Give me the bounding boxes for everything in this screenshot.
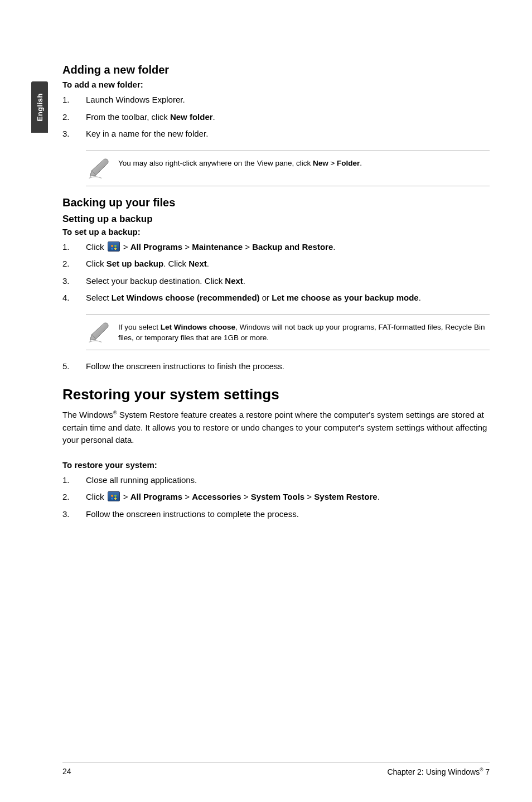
text-bold: Next <box>225 276 243 286</box>
steps-backup: 1. Click > All Programs > Maintenance > … <box>62 241 490 305</box>
text-fragment: Click <box>86 259 107 268</box>
chapter-label: Chapter 2: Using Windows® 7 <box>387 767 490 776</box>
text-fragment: . Click <box>163 259 188 268</box>
step-text: Click > All Programs > Accessories > Sys… <box>86 491 490 504</box>
step-number: 1. <box>62 241 86 254</box>
step-text: Close all running applications. <box>86 474 490 487</box>
text-bold: Accessories <box>192 492 241 501</box>
text-bold: System Tools <box>251 492 304 501</box>
step-item: 2. From the toolbar, click New folder. <box>62 111 490 124</box>
text-fragment: The Windows <box>62 410 113 419</box>
text-fragment: System Restore feature creates a restore… <box>62 410 487 445</box>
steps-restore: 1. Close all running applications. 2. Cl… <box>62 474 490 521</box>
step-item: 5. Follow the onscreen instructions to f… <box>62 360 490 373</box>
lead-restore: To restore your system: <box>62 460 490 470</box>
steps-backup-cont: 5. Follow the onscreen instructions to f… <box>62 360 490 373</box>
step-item: 1. Click > All Programs > Maintenance > … <box>62 241 490 254</box>
note-block: If you select Let Windows choose, Window… <box>86 315 490 350</box>
heading-restoring: Restoring your system settings <box>62 386 490 403</box>
text-bold: Let me choose as your backup mode <box>272 293 418 302</box>
windows-start-icon <box>108 241 120 252</box>
step-number: 4. <box>62 292 86 305</box>
text-fragment: If you select <box>118 323 161 331</box>
step-text: Select your backup destination. Click Ne… <box>86 275 490 288</box>
step-item: 3. Follow the onscreen instructions to c… <box>62 508 490 521</box>
text-bold: System Restore <box>314 492 377 501</box>
step-text: Follow the onscreen instructions to fini… <box>86 360 490 373</box>
text-bold: Let Windows choose (recommended) <box>112 293 260 302</box>
step-number: 1. <box>62 94 86 107</box>
step-item: 2. Click Set up backup. Click Next. <box>62 258 490 270</box>
step-item: 2. Click > All Programs > Accessories > … <box>62 491 490 504</box>
registered-mark: ® <box>113 410 117 416</box>
text-fragment: . <box>243 276 245 286</box>
text-fragment: > <box>121 242 130 252</box>
note-block: You may also right-click anywhere on the… <box>86 151 490 186</box>
step-text: From the toolbar, click New folder. <box>86 111 490 124</box>
step-number: 3. <box>62 508 86 521</box>
step-item: 1. Close all running applications. <box>62 474 490 487</box>
step-text: Select Let Windows choose (recommended) … <box>86 292 490 305</box>
text-fragment: . <box>333 242 335 252</box>
text-fragment: > <box>328 159 337 167</box>
text-fragment: Click <box>86 242 107 252</box>
text-bold: Next <box>188 259 207 268</box>
lead-add-folder: To add a new folder: <box>62 80 490 89</box>
text-fragment: > <box>182 492 192 501</box>
note-text: You may also right-click anywhere on the… <box>118 157 485 169</box>
text-fragment: Chapter 2: Using Windows <box>387 767 480 776</box>
restore-paragraph: The Windows® System Restore feature crea… <box>62 409 490 447</box>
text-fragment: . <box>378 492 380 501</box>
step-item: 3. Key in a name for the new folder. <box>62 128 490 141</box>
step-item: 1. Launch Windows Explorer. <box>62 94 490 107</box>
text-fragment: > <box>182 242 192 252</box>
text-fragment: Select <box>86 293 112 302</box>
text-bold: Set up backup <box>107 259 164 268</box>
text-bold: All Programs <box>130 242 182 252</box>
step-text: Click > All Programs > Maintenance > Bac… <box>86 241 490 254</box>
text-fragment: . <box>207 259 209 268</box>
note-text: If you select Let Windows choose, Window… <box>118 321 485 344</box>
page-number: 24 <box>62 767 71 776</box>
text-bold: Folder <box>337 159 360 167</box>
text-fragment: Select your backup destination. Click <box>86 276 225 286</box>
language-tab: English <box>31 81 48 133</box>
text-bold: Backup and Restore <box>252 242 333 252</box>
page: English Adding a new folder To add a new… <box>0 0 532 802</box>
text-fragment: > <box>241 492 251 501</box>
step-number: 5. <box>62 360 86 373</box>
page-footer: 24 Chapter 2: Using Windows® 7 <box>62 762 490 776</box>
step-text: Click Set up backup. Click Next. <box>86 258 490 270</box>
text-fragment: > <box>243 242 252 252</box>
heading-adding-folder: Adding a new folder <box>62 64 490 76</box>
text-bold: New <box>313 159 328 167</box>
text-fragment: 7 <box>483 767 490 776</box>
note-icon-col <box>86 157 118 180</box>
step-text: Follow the onscreen instructions to comp… <box>86 508 490 521</box>
text-bold: New folder <box>170 112 213 122</box>
pen-icon <box>87 321 110 344</box>
step-number: 2. <box>62 258 86 270</box>
step-text: Key in a name for the new folder. <box>86 128 490 141</box>
lead-setup-backup: To set up a backup: <box>62 227 490 236</box>
pen-icon <box>87 157 110 180</box>
note-icon-col <box>86 321 118 344</box>
step-item: 4. Select Let Windows choose (recommende… <box>62 292 490 305</box>
windows-start-icon <box>108 491 120 501</box>
text-fragment: From the toolbar, click <box>86 112 170 122</box>
text-fragment: or <box>260 293 272 302</box>
heading-backing-up: Backing up your files <box>62 196 490 209</box>
text-fragment: . <box>419 293 421 302</box>
step-number: 1. <box>62 474 86 487</box>
text-bold: All Programs <box>130 492 182 501</box>
text-fragment: You may also right-click anywhere on the… <box>118 159 313 167</box>
text-fragment: > <box>121 492 130 501</box>
step-number: 2. <box>62 111 86 124</box>
step-number: 3. <box>62 128 86 141</box>
text-fragment: . <box>360 159 362 167</box>
step-text: Launch Windows Explorer. <box>86 94 490 107</box>
step-number: 3. <box>62 275 86 288</box>
steps-add-folder: 1. Launch Windows Explorer. 2. From the … <box>62 94 490 141</box>
text-fragment: > <box>304 492 314 501</box>
text-fragment: . <box>213 112 215 122</box>
